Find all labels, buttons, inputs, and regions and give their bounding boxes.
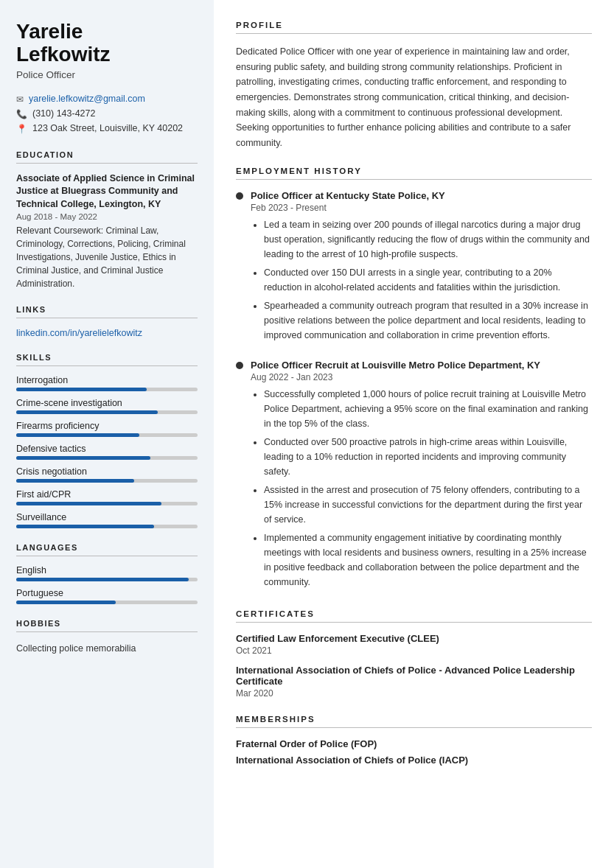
skill-item: Interrogation [16, 375, 198, 391]
sidebar: Yarelie Lefkowitz Police Officer ✉ yarel… [0, 0, 214, 868]
language-label: English [16, 565, 198, 575]
skill-label: Firearms proficiency [16, 421, 198, 431]
membership-entry: Fraternal Order of Police (FOP) [236, 738, 592, 749]
skill-label: Interrogation [16, 375, 198, 385]
language-bar-fill [16, 578, 189, 581]
emp-header: Police Officer Recruit at Louisville Met… [236, 360, 592, 593]
edu-degree: Associate of Applied Science in Criminal… [16, 172, 198, 211]
skill-bar-bg [16, 502, 198, 505]
memberships-list: Fraternal Order of Police (FOP)Internati… [236, 738, 592, 766]
skill-bar-fill [16, 479, 134, 483]
name-block: Yarelie Lefkowitz Police Officer [16, 21, 198, 80]
links-section-title: LINKS [16, 305, 198, 318]
email-link[interactable]: yarelie.lefkowitz@gmail.com [29, 94, 145, 104]
skill-bar-fill [16, 456, 150, 460]
emp-dot [236, 192, 243, 200]
memberships-section-title: MEMBERSHIPS [236, 715, 592, 728]
candidate-title: Police Officer [16, 69, 198, 80]
skill-item: Crisis negotiation [16, 466, 198, 483]
skill-item: Crime-scene investigation [16, 398, 198, 414]
bullet-item: Successfully completed 1,000 hours of po… [264, 387, 592, 431]
email-icon: ✉ [16, 94, 24, 105]
skill-item: First aid/CPR [16, 489, 198, 505]
emp-date: Feb 2023 - Present [251, 203, 592, 213]
employment-list: Police Officer at Kentucky State Police,… [236, 190, 592, 593]
profile-text: Dedicated Police Officer with one year o… [236, 44, 592, 150]
education-entry: Associate of Applied Science in Criminal… [16, 172, 198, 291]
edu-date: Aug 2018 - May 2022 [16, 212, 198, 221]
skill-bar-fill [16, 502, 161, 505]
resume-page: Yarelie Lefkowitz Police Officer ✉ yarel… [0, 0, 614, 868]
skill-label: First aid/CPR [16, 489, 198, 500]
certificate-entry: International Association of Chiefs of P… [236, 665, 592, 699]
main-content: PROFILE Dedicated Police Officer with on… [214, 0, 614, 868]
skill-item: Firearms proficiency [16, 421, 198, 437]
location-icon: 📍 [16, 124, 27, 134]
links-block: linkedin.com/in/yarelielefkowitz [16, 327, 198, 338]
skill-item: Defensive tactics [16, 444, 198, 460]
membership-name: International Association of Chiefs of P… [236, 755, 592, 766]
profile-section-title: PROFILE [236, 21, 592, 34]
skill-bar-fill [16, 433, 139, 437]
skill-bar-bg [16, 388, 198, 391]
language-label: Portuguese [16, 588, 198, 598]
hobbies-content: Collecting police memorabilia [16, 641, 198, 656]
skill-item: Surveillance [16, 512, 198, 528]
skill-label: Surveillance [16, 512, 198, 522]
emp-bullets: Led a team in seizing over 200 pounds of… [251, 217, 592, 343]
emp-dot [236, 362, 243, 369]
membership-entry: International Association of Chiefs of P… [236, 755, 592, 766]
skill-bar-bg [16, 479, 198, 483]
skill-bar-fill [16, 388, 147, 391]
bullet-item: Led a team in seizing over 200 pounds of… [264, 217, 592, 262]
phone-icon: 📞 [16, 109, 27, 119]
certificates-section-title: CERTIFICATES [236, 609, 592, 623]
membership-name: Fraternal Order of Police (FOP) [236, 738, 592, 749]
skill-bar-fill [16, 410, 158, 414]
certificate-entry: Certified Law Enforcement Executive (CLE… [236, 633, 592, 656]
bullet-item: Assisted in the arrest and prosecution o… [264, 483, 592, 527]
education-section-title: EDUCATION [16, 150, 198, 164]
cert-date: Oct 2021 [236, 645, 592, 656]
linkedin-link[interactable]: linkedin.com/in/yarelielefkowitz [16, 328, 142, 338]
skill-label: Crisis negotiation [16, 466, 198, 477]
skill-bar-fill [16, 525, 154, 528]
cert-title: International Association of Chiefs of P… [236, 665, 592, 687]
emp-title: Police Officer at Kentucky State Police,… [251, 190, 592, 201]
certificates-list: Certified Law Enforcement Executive (CLE… [236, 633, 592, 699]
emp-date: Aug 2022 - Jan 2023 [251, 372, 592, 382]
hobbies-section-title: HOBBIES [16, 619, 198, 632]
language-bar-bg [16, 601, 198, 604]
skill-label: Defensive tactics [16, 444, 198, 454]
emp-title: Police Officer Recruit at Louisville Met… [251, 360, 592, 371]
employment-section-title: EMPLOYMENT HISTORY [236, 167, 592, 180]
language-item: English [16, 565, 198, 581]
bullet-item: Conducted over 150 DUI arrests in a sing… [264, 265, 592, 295]
skill-bar-bg [16, 433, 198, 437]
language-item: Portuguese [16, 588, 198, 604]
language-bar-fill [16, 601, 116, 604]
skills-section-title: SKILLS [16, 353, 198, 366]
contact-block: ✉ yarelie.lefkowitz@gmail.com 📞 (310) 14… [16, 94, 198, 134]
employment-entry: Police Officer Recruit at Louisville Met… [236, 360, 592, 593]
bullet-item: Conducted over 500 proactive patrols in … [264, 435, 592, 479]
contact-address: 📍 123 Oak Street, Louisville, KY 40202 [16, 123, 198, 134]
bullet-item: Spearheaded a community outreach program… [264, 298, 592, 343]
cert-title: Certified Law Enforcement Executive (CLE… [236, 633, 592, 644]
emp-bullets: Successfully completed 1,000 hours of po… [251, 387, 592, 589]
skill-bar-bg [16, 525, 198, 528]
employment-entry: Police Officer at Kentucky State Police,… [236, 190, 592, 346]
skill-label: Crime-scene investigation [16, 398, 198, 408]
cert-date: Mar 2020 [236, 688, 592, 699]
languages-list: English Portuguese [16, 565, 198, 604]
bullet-item: Implemented a community engagement initi… [264, 531, 592, 589]
edu-courses: Relevant Coursework: Criminal Law, Crimi… [16, 224, 198, 290]
language-bar-bg [16, 578, 198, 581]
skills-list: Interrogation Crime-scene investigation … [16, 375, 198, 528]
contact-phone: 📞 (310) 143-4272 [16, 108, 198, 119]
languages-section-title: LANGUAGES [16, 543, 198, 556]
contact-email: ✉ yarelie.lefkowitz@gmail.com [16, 94, 198, 105]
skill-bar-bg [16, 410, 198, 414]
emp-header: Police Officer at Kentucky State Police,… [236, 190, 592, 346]
candidate-name: Yarelie Lefkowitz [16, 21, 198, 66]
